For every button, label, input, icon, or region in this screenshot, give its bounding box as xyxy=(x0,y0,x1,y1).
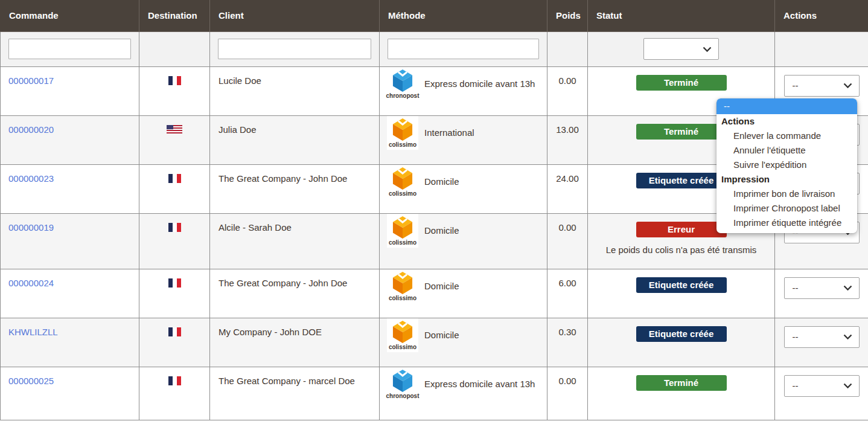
destination-flag-icon xyxy=(168,76,181,85)
method-label: Express domicile avant 13h xyxy=(424,378,535,391)
method-label: Domicile xyxy=(424,224,459,237)
chevron-down-icon xyxy=(843,285,852,291)
weight-value: 0.00 xyxy=(547,213,588,269)
chevron-down-icon xyxy=(843,334,852,339)
dropdown-option-imprimer-bon-livraison[interactable]: Imprimer bon de livraison xyxy=(716,187,857,201)
carrier-logo-icon: colissimo xyxy=(387,318,418,352)
dropdown-option-annuler-etiquette[interactable]: Annuler l'étiquette xyxy=(716,143,857,158)
filter-row xyxy=(1,31,868,66)
client-name: Alcile - Sarah Doe xyxy=(210,213,380,269)
dropdown-option-imprimer-chronopost-label[interactable]: Imprimer Chronopost label xyxy=(716,201,857,216)
column-header-destination[interactable]: Destination xyxy=(139,0,210,31)
carrier-name: chronopost xyxy=(386,393,420,399)
method-label: International xyxy=(424,126,474,140)
table-row: KHWLILZLL My Company - John DOE colissim… xyxy=(1,318,868,367)
weight-value: 0.00 xyxy=(547,367,588,420)
method-label: Express domicile avant 13h xyxy=(424,77,535,91)
dropdown-option-none[interactable]: -- xyxy=(716,98,857,114)
carrier-name: colissimo xyxy=(389,295,416,301)
weight-value: 13.00 xyxy=(547,115,588,164)
dropdown-option-imprimer-etiquette-integree[interactable]: Imprimer étiquette intégrée xyxy=(716,216,857,230)
chevron-down-icon xyxy=(703,47,712,52)
carrier-name: colissimo xyxy=(389,141,416,148)
table-row: 000000025 The Great Company - marcel Doe… xyxy=(1,367,868,420)
method-label: Domicile xyxy=(424,280,459,293)
filter-client-input[interactable] xyxy=(218,39,371,59)
column-header-poids[interactable]: Poids xyxy=(547,0,588,31)
header-row: Commande Destination Client Méthode Poid… xyxy=(1,0,868,31)
carrier-logo-icon: colissimo xyxy=(387,116,418,150)
order-link[interactable]: 000000019 xyxy=(8,222,54,233)
destination-flag-icon xyxy=(168,327,181,336)
destination-flag-icon xyxy=(168,278,181,288)
client-name: My Company - John DOE xyxy=(210,318,380,367)
status-badge: Erreur xyxy=(636,222,727,237)
destination-flag-icon xyxy=(168,174,181,183)
table-row: 000000024 The Great Company - John Doe c… xyxy=(1,269,868,318)
dropdown-option-enlever-commande[interactable]: Enlever la commande xyxy=(716,129,857,143)
destination-flag-icon xyxy=(168,376,181,385)
client-name: Lucile Doe xyxy=(210,66,380,115)
destination-flag-icon xyxy=(168,223,181,232)
weight-value: 24.00 xyxy=(547,164,588,213)
row-action-value: -- xyxy=(793,283,799,293)
order-link[interactable]: KHWLILZLL xyxy=(8,327,58,337)
action-dropdown-popup: -- Actions Enlever la commande Annuler l… xyxy=(716,98,857,233)
client-name: The Great Company - John Doe xyxy=(210,164,380,213)
column-header-methode[interactable]: Méthode xyxy=(380,0,547,31)
status-badge: Terminé xyxy=(636,124,727,140)
order-link[interactable]: 000000024 xyxy=(8,278,54,288)
carrier-logo-icon: chronopost xyxy=(387,367,418,401)
column-header-actions: Actions xyxy=(775,0,868,31)
column-header-client[interactable]: Client xyxy=(210,0,380,31)
order-link[interactable]: 000000025 xyxy=(8,376,54,386)
status-badge: Etiquette créée xyxy=(636,173,727,188)
status-badge: Etiquette créée xyxy=(636,326,727,342)
order-link[interactable]: 000000017 xyxy=(8,76,54,86)
row-action-value: -- xyxy=(793,381,799,391)
column-header-statut[interactable]: Statut xyxy=(588,0,775,31)
client-name: The Great Company - marcel Doe xyxy=(210,367,380,420)
destination-flag-icon xyxy=(167,125,182,133)
row-action-value: -- xyxy=(793,80,799,91)
row-action-select[interactable]: -- xyxy=(784,75,860,97)
carrier-logo-icon: colissimo xyxy=(387,269,418,303)
status-badge: Terminé xyxy=(636,375,727,391)
filter-statut-select[interactable] xyxy=(643,38,719,60)
filter-methode-input[interactable] xyxy=(388,39,539,59)
row-action-value: -- xyxy=(793,332,799,342)
column-header-commande[interactable]: Commande xyxy=(1,0,139,31)
status-badge: Etiquette créée xyxy=(636,277,727,293)
chevron-down-icon xyxy=(843,383,852,388)
weight-value: 0.30 xyxy=(547,318,588,367)
order-link[interactable]: 000000023 xyxy=(8,173,54,184)
carrier-logo-icon: chronopost xyxy=(387,67,418,101)
carrier-logo-icon: colissimo xyxy=(387,214,418,248)
chevron-down-icon xyxy=(843,83,852,88)
row-action-select[interactable]: -- xyxy=(784,375,860,397)
client-name: The Great Company - John Doe xyxy=(210,269,380,318)
carrier-name: colissimo xyxy=(389,344,416,350)
client-name: Julia Doe xyxy=(210,115,380,164)
status-badge: Terminé xyxy=(636,75,727,91)
row-action-select[interactable]: -- xyxy=(784,326,860,348)
order-link[interactable]: 000000020 xyxy=(8,124,54,135)
carrier-name: colissimo xyxy=(389,190,416,197)
weight-value: 0.00 xyxy=(547,66,588,115)
carrier-logo-icon: colissimo xyxy=(387,165,418,199)
row-action-select[interactable]: -- xyxy=(784,277,860,299)
carrier-name: colissimo xyxy=(389,239,416,246)
weight-value: 6.00 xyxy=(547,269,588,318)
filter-commande-input[interactable] xyxy=(8,39,131,59)
method-label: Domicile xyxy=(424,329,459,342)
carrier-name: chronopost xyxy=(386,92,420,99)
method-label: Domicile xyxy=(424,175,459,188)
dropdown-option-suivre-expedition[interactable]: Suivre l'expédition xyxy=(716,158,857,172)
dropdown-group-actions: Actions xyxy=(716,114,857,129)
dropdown-group-impression: Impression xyxy=(716,172,857,187)
status-note: Le poids du colis n'a pas été transmis xyxy=(588,245,774,255)
